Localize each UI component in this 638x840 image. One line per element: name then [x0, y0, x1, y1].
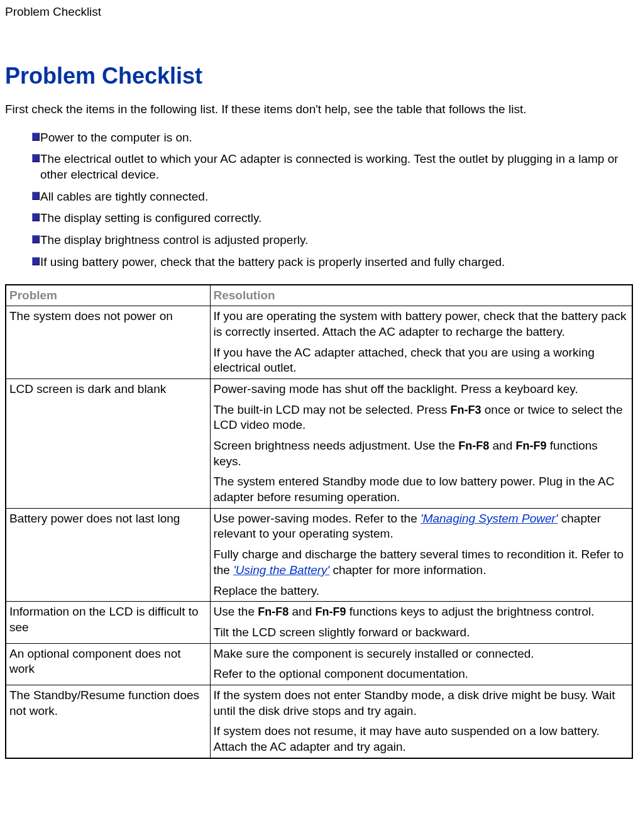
- problem-cell: Battery power does not last long: [6, 508, 210, 601]
- checklist-item: The electrical outlet to which your AC a…: [40, 152, 633, 182]
- problem-cell: LCD screen is dark and blank: [6, 379, 210, 508]
- resolution-paragraph: If system does not resume, it may have a…: [214, 724, 629, 754]
- problem-cell: The Standby/Resume function does not wor…: [6, 685, 210, 758]
- resolution-cell: If the system does not enter Standby mod…: [210, 685, 632, 758]
- resolution-paragraph: The system entered Standby mode due to l…: [214, 474, 629, 505]
- resolution-paragraph: If you are operating the system with bat…: [214, 309, 629, 340]
- problem-cell: The system does not power on: [6, 306, 210, 379]
- checklist-item-text: All cables are tightly connected.: [40, 190, 208, 203]
- checklist-item-text: Power to the computer is on.: [40, 131, 192, 144]
- resolution-paragraph: Fully charge and discharge the battery s…: [214, 547, 629, 578]
- bullet-icon: [32, 154, 40, 162]
- page-header: Problem Checklist: [5, 5, 633, 19]
- problem-table: Problem Resolution The system does not p…: [5, 284, 633, 759]
- table-header-resolution: Resolution: [210, 285, 632, 306]
- checklist-item-text: The electrical outlet to which your AC a…: [40, 152, 619, 181]
- keyboard-shortcut: Fn-F8: [458, 439, 489, 452]
- table-row: Battery power does not last longUse powe…: [6, 508, 632, 601]
- table-header-problem: Problem: [6, 285, 210, 306]
- intro-paragraph: First check the items in the following l…: [5, 102, 633, 118]
- keyboard-shortcut: Fn-F8: [258, 605, 289, 618]
- problem-table-body: The system does not power onIf you are o…: [6, 306, 632, 758]
- keyboard-shortcut: Fn-F3: [451, 404, 481, 416]
- resolution-paragraph: Screen brightness needs adjustment. Use …: [214, 438, 629, 469]
- resolution-paragraph: Power-saving mode has shut off the backl…: [214, 382, 629, 397]
- resolution-paragraph: Tilt the LCD screen slightly forward or …: [214, 625, 629, 641]
- keyboard-shortcut: Fn-F9: [316, 605, 346, 618]
- resolution-cell: If you are operating the system with bat…: [210, 306, 632, 379]
- resolution-cell: Make sure the component is securely inst…: [210, 643, 632, 685]
- resolution-paragraph: Replace the battery.: [214, 583, 629, 599]
- checklist-item-text: The display setting is configured correc…: [40, 211, 261, 224]
- table-row: The system does not power onIf you are o…: [6, 306, 632, 379]
- bullet-icon: [32, 213, 40, 221]
- resolution-cell: Power-saving mode has shut off the backl…: [210, 379, 632, 508]
- checklist-item: Power to the computer is on.: [40, 130, 633, 146]
- resolution-cell: Use power-saving modes. Refer to the 'Ma…: [210, 508, 632, 601]
- checklist-item: The display brightness control is adjust…: [40, 233, 633, 248]
- keyboard-shortcut: Fn-F9: [516, 439, 547, 452]
- inline-link[interactable]: 'Managing System Power': [421, 512, 558, 525]
- problem-cell: An optional component does not work: [6, 643, 210, 685]
- checklist-item: The display setting is configured correc…: [40, 211, 633, 226]
- resolution-paragraph: Make sure the component is securely inst…: [214, 646, 629, 662]
- bullet-icon: [32, 257, 40, 265]
- resolution-paragraph: Use power-saving modes. Refer to the 'Ma…: [214, 511, 629, 542]
- resolution-paragraph: If the system does not enter Standby mod…: [214, 688, 629, 719]
- main-heading: Problem Checklist: [5, 63, 633, 89]
- resolution-paragraph: Refer to the optional component document…: [214, 666, 629, 682]
- bullet-icon: [32, 192, 40, 200]
- bullet-icon: [32, 133, 40, 141]
- checklist-item-text: If using battery power, check that the b…: [40, 255, 505, 268]
- table-row: The Standby/Resume function does not wor…: [6, 685, 632, 758]
- table-row: LCD screen is dark and blankPower-saving…: [6, 379, 632, 508]
- resolution-cell: Use the Fn-F8 and Fn-F9 functions keys t…: [210, 602, 632, 643]
- resolution-paragraph: The built-in LCD may not be selected. Pr…: [214, 402, 629, 433]
- checklist-item: If using battery power, check that the b…: [40, 255, 633, 270]
- bullet-icon: [32, 235, 40, 243]
- checklist: Power to the computer is on.The electric…: [5, 130, 633, 270]
- table-row: Information on the LCD is difficult to s…: [6, 602, 632, 643]
- resolution-paragraph: If you have the AC adapter attached, che…: [214, 345, 629, 376]
- inline-link[interactable]: 'Using the Battery': [233, 563, 329, 577]
- table-row: An optional component does not workMake …: [6, 643, 632, 685]
- resolution-paragraph: Use the Fn-F8 and Fn-F9 functions keys t…: [214, 604, 629, 620]
- checklist-item-text: The display brightness control is adjust…: [40, 233, 308, 246]
- checklist-item: All cables are tightly connected.: [40, 189, 633, 205]
- problem-cell: Information on the LCD is difficult to s…: [6, 602, 210, 643]
